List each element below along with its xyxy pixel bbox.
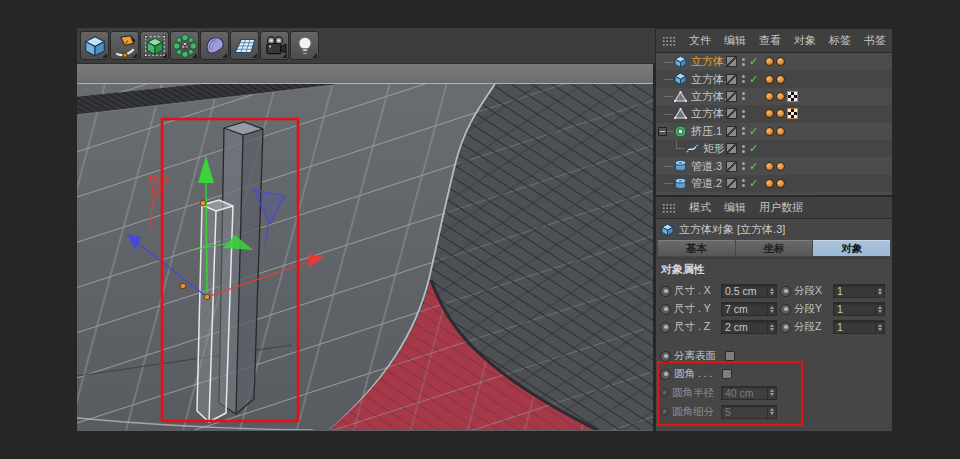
object-row[interactable]: 管道.3✓ bbox=[656, 157, 892, 174]
floor-grid-button[interactable] bbox=[230, 31, 259, 60]
enabled-check-icon[interactable]: ✓ bbox=[749, 73, 758, 86]
segment-field[interactable]: 1 bbox=[833, 302, 885, 316]
param-radio[interactable] bbox=[660, 304, 671, 315]
object-row[interactable]: 挤压 bbox=[656, 192, 892, 195]
layer-toggle-icon[interactable] bbox=[726, 161, 737, 172]
layer-toggle-icon[interactable] bbox=[726, 74, 737, 85]
spinner[interactable] bbox=[767, 406, 776, 418]
layer-toggle-icon[interactable] bbox=[726, 126, 737, 137]
param-radio[interactable] bbox=[660, 369, 671, 380]
om-menu-item[interactable]: 文件 bbox=[689, 33, 711, 48]
enabled-check-icon[interactable]: ✓ bbox=[749, 55, 758, 68]
om-menu-item[interactable]: 标签 bbox=[829, 33, 851, 48]
spinner[interactable] bbox=[767, 321, 776, 333]
visibility-dots[interactable] bbox=[742, 92, 745, 100]
param-radio[interactable] bbox=[780, 286, 791, 297]
object-row[interactable]: 管道.2✓ bbox=[656, 175, 892, 192]
object-name[interactable]: 矩形 bbox=[703, 141, 725, 156]
object-name[interactable]: 管道.2 bbox=[691, 176, 722, 191]
visibility-dots[interactable] bbox=[742, 127, 745, 135]
material-tag-icon[interactable] bbox=[765, 162, 774, 171]
param-radio[interactable] bbox=[660, 286, 671, 297]
tab-坐标[interactable]: 坐标 bbox=[736, 240, 813, 256]
cube-primitive-button[interactable] bbox=[80, 31, 109, 60]
camera-button[interactable] bbox=[260, 31, 289, 60]
subdivision-cage-button[interactable] bbox=[140, 31, 169, 60]
layer-toggle-icon[interactable] bbox=[726, 178, 737, 189]
layer-toggle-icon[interactable] bbox=[726, 108, 737, 119]
visibility-dots[interactable] bbox=[742, 110, 745, 118]
visibility-dots[interactable] bbox=[742, 179, 745, 187]
material-tag-icon[interactable] bbox=[776, 127, 785, 136]
material-tag-icon[interactable] bbox=[765, 109, 774, 118]
am-menu-item[interactable]: 编辑 bbox=[724, 200, 746, 215]
object-row[interactable]: 挤压.1✓ bbox=[656, 123, 892, 140]
rotate-icon[interactable] bbox=[615, 67, 629, 81]
om-menu-item[interactable]: 对象 bbox=[794, 33, 816, 48]
segment-field[interactable]: 1 bbox=[833, 284, 885, 298]
tab-基本[interactable]: 基本 bbox=[658, 240, 735, 256]
om-menu-item[interactable]: 编辑 bbox=[724, 33, 746, 48]
material-tag-icon[interactable] bbox=[776, 92, 785, 101]
enabled-check-icon[interactable]: ✓ bbox=[749, 142, 758, 155]
spinner[interactable] bbox=[875, 321, 884, 333]
object-row[interactable]: 立方体.3✓ bbox=[656, 53, 892, 70]
param-radio[interactable] bbox=[780, 304, 791, 315]
spinner[interactable] bbox=[875, 285, 884, 297]
layer-toggle-icon[interactable] bbox=[726, 91, 737, 102]
material-tag-icon[interactable] bbox=[776, 109, 785, 118]
enabled-check-icon[interactable]: ✓ bbox=[749, 125, 758, 138]
texture-tag-icon[interactable] bbox=[787, 91, 798, 102]
volume-blob-button[interactable] bbox=[200, 31, 229, 60]
spline-pen-button[interactable] bbox=[110, 31, 139, 60]
segment-field[interactable]: 1 bbox=[833, 320, 885, 334]
am-menu-item[interactable]: 模式 bbox=[689, 200, 711, 215]
material-tag-icon[interactable] bbox=[776, 162, 785, 171]
dolly-icon[interactable] bbox=[597, 67, 611, 81]
spinner[interactable] bbox=[767, 387, 776, 399]
size-field[interactable]: 7 cm bbox=[721, 302, 777, 316]
texture-tag-icon[interactable] bbox=[787, 108, 798, 119]
panel-grip-icon[interactable] bbox=[662, 36, 676, 46]
visibility-dots[interactable] bbox=[742, 58, 745, 66]
spinner[interactable] bbox=[767, 285, 776, 297]
material-tag-icon[interactable] bbox=[765, 179, 774, 188]
material-tag-icon[interactable] bbox=[765, 127, 774, 136]
object-name[interactable]: 挤压.1 bbox=[691, 124, 722, 139]
toggle-view-icon[interactable] bbox=[633, 67, 647, 81]
viewport-canvas[interactable] bbox=[77, 84, 653, 430]
deformer-button[interactable] bbox=[170, 31, 199, 60]
material-tag-icon[interactable] bbox=[776, 57, 785, 66]
layer-toggle-icon[interactable] bbox=[726, 56, 737, 67]
layer-toggle-icon[interactable] bbox=[726, 143, 737, 154]
material-tag-icon[interactable] bbox=[765, 57, 774, 66]
y-axis[interactable] bbox=[206, 179, 207, 297]
visibility-dots[interactable] bbox=[742, 75, 745, 83]
enabled-check-icon[interactable]: ✓ bbox=[749, 160, 758, 173]
param-radio[interactable] bbox=[780, 322, 791, 333]
object-row[interactable]: 矩形✓ bbox=[656, 140, 892, 157]
size-field[interactable]: 2 cm bbox=[721, 320, 777, 334]
visibility-dots[interactable] bbox=[742, 162, 745, 170]
panel-grip-icon[interactable] bbox=[662, 203, 676, 213]
object-row[interactable]: 立方体 bbox=[656, 105, 892, 122]
am-menu-item[interactable]: 用户数据 bbox=[759, 200, 803, 215]
param-radio[interactable] bbox=[660, 322, 671, 333]
param-radio[interactable] bbox=[660, 351, 671, 362]
visibility-dots[interactable] bbox=[742, 145, 745, 153]
checkbox[interactable] bbox=[725, 351, 735, 361]
light-button[interactable] bbox=[290, 31, 319, 60]
object-name[interactable]: 挤压 bbox=[691, 193, 713, 195]
material-tag-icon[interactable] bbox=[776, 75, 785, 84]
spinner[interactable] bbox=[767, 303, 776, 315]
enabled-check-icon[interactable]: ✓ bbox=[749, 177, 758, 190]
tab-对象[interactable]: 对象 bbox=[813, 240, 890, 256]
om-menu-item[interactable]: 书签 bbox=[864, 33, 886, 48]
checkbox[interactable] bbox=[722, 369, 732, 379]
object-name[interactable]: 管道.3 bbox=[691, 159, 722, 174]
pan-icon[interactable] bbox=[579, 67, 593, 81]
om-menu-item[interactable]: 查看 bbox=[759, 33, 781, 48]
material-tag-icon[interactable] bbox=[765, 92, 774, 101]
material-tag-icon[interactable] bbox=[765, 75, 774, 84]
material-tag-icon[interactable] bbox=[776, 179, 785, 188]
